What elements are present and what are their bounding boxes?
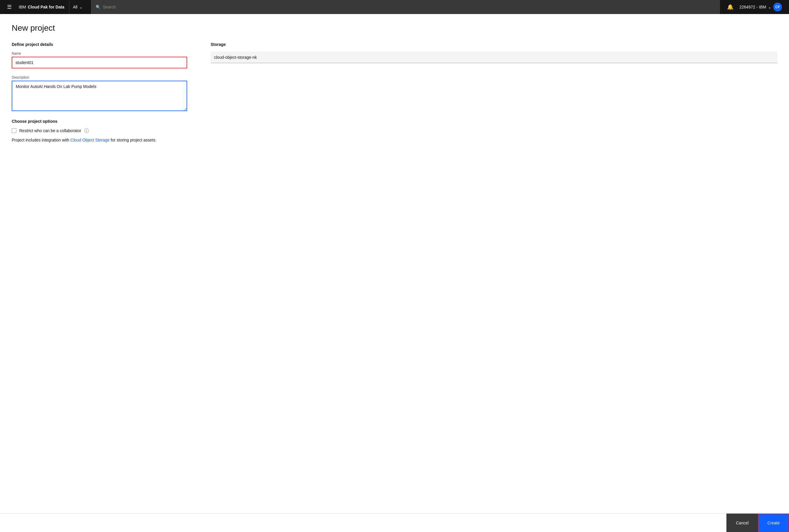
define-section-title: Define project details — [12, 42, 187, 47]
info-icon[interactable]: i — [84, 128, 89, 133]
storage-input[interactable] — [210, 52, 777, 63]
name-field-wrapper — [12, 57, 187, 69]
search-input[interactable] — [103, 5, 715, 10]
notification-icon[interactable]: 🔔 — [725, 1, 736, 13]
description-input[interactable]: Monitor AutoAI Hands On Lab Pump Models — [12, 81, 187, 111]
scope-label: All — [73, 5, 77, 10]
brand-name-bold: Cloud Pak for Data — [28, 5, 64, 10]
top-navigation: ☰ IBM Cloud Pak for Data All ⌄ 🔍 🔔 22649… — [0, 0, 789, 14]
chevron-down-icon: ⌄ — [79, 5, 83, 10]
storage-section-title: Storage — [210, 42, 777, 47]
user-label: 2264972 - IBM — [739, 5, 766, 10]
brand-name-regular: IBM — [19, 5, 26, 10]
avatar: CF — [773, 3, 782, 12]
cancel-button[interactable]: Cancel — [727, 514, 758, 532]
integration-text-after: for storing project assets. — [110, 138, 156, 142]
chevron-down-icon: ⌄ — [768, 5, 771, 10]
cloud-object-storage-link[interactable]: Cloud Object Storage — [71, 138, 110, 142]
footer: Cancel Create — [0, 513, 789, 532]
create-button[interactable]: Create — [758, 514, 789, 532]
menu-icon[interactable]: ☰ — [5, 1, 14, 13]
description-field-group: Description Monitor AutoAI Hands On Lab … — [12, 75, 187, 112]
user-menu[interactable]: 2264972 - IBM ⌄ CF — [737, 3, 784, 12]
left-column: Define project details Name Description … — [12, 42, 187, 513]
right-column: Storage — [210, 42, 777, 513]
nav-right-actions: 🔔 2264972 - IBM ⌄ CF — [725, 1, 784, 13]
name-input[interactable] — [12, 57, 187, 69]
integration-text: Project includes integration with Cloud … — [12, 138, 187, 142]
scope-selector[interactable]: All ⌄ — [69, 0, 86, 14]
collaborator-checkbox-row: Restrict who can be a collaborator i — [12, 128, 187, 133]
choose-section-title: Choose project options — [12, 119, 187, 124]
brand-logo: IBM Cloud Pak for Data — [19, 5, 64, 10]
description-label: Description — [12, 75, 187, 79]
name-label: Name — [12, 52, 187, 56]
search-icon: 🔍 — [96, 5, 100, 10]
form-area: Define project details Name Description … — [12, 42, 777, 513]
integration-text-before: Project includes integration with — [12, 138, 71, 142]
name-field-group: Name — [12, 52, 187, 69]
main-content: New project Define project details Name … — [0, 14, 789, 513]
collaborator-checkbox[interactable] — [12, 128, 16, 133]
collaborator-checkbox-label: Restrict who can be a collaborator — [19, 128, 81, 133]
page-title: New project — [12, 23, 777, 33]
search-bar[interactable]: 🔍 — [91, 0, 720, 14]
